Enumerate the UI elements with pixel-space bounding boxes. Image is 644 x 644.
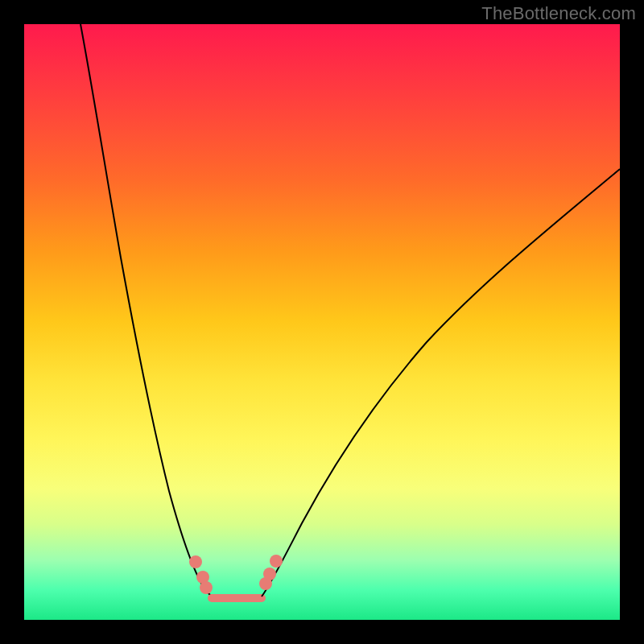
outer-frame: TheBottleneck.com	[0, 0, 644, 644]
left-branch-line	[80, 24, 212, 597]
data-point	[189, 555, 202, 568]
data-point	[263, 568, 276, 580]
plot-area	[24, 24, 620, 620]
data-point	[200, 581, 213, 594]
watermark-text: TheBottleneck.com	[481, 3, 636, 24]
right-branch-line	[262, 169, 620, 597]
curve-svg	[24, 24, 620, 620]
data-point	[270, 555, 283, 568]
